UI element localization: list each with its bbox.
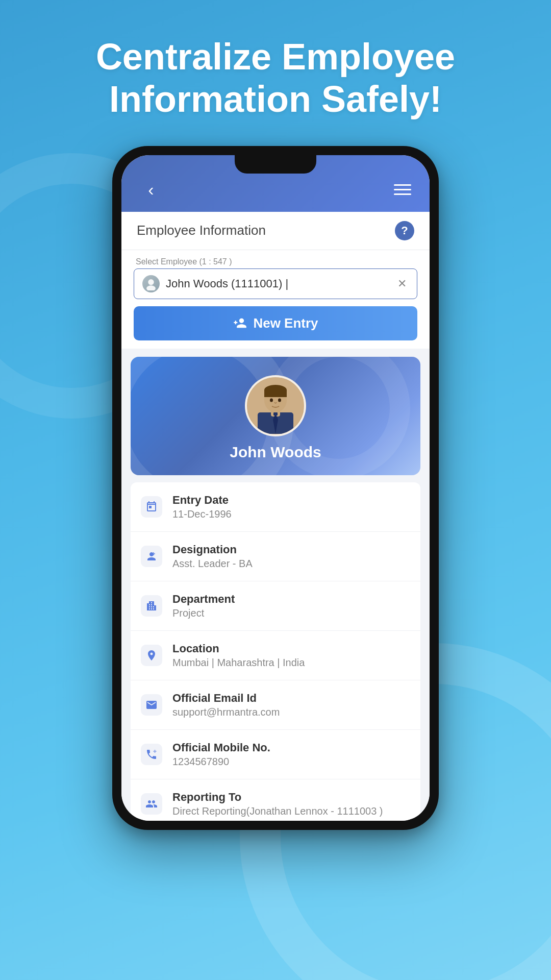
department-label: Department: [172, 593, 410, 606]
entry-date-label: Entry Date: [172, 494, 410, 507]
department-value: Project: [172, 607, 410, 619]
select-field[interactable]: John Woods (1111001) | ✕: [134, 268, 417, 299]
designation-value: Asst. Leader - BA: [172, 558, 410, 570]
location-label: Location: [172, 642, 410, 655]
reporting-content: Reporting To Direct Reporting(Jonathan L…: [172, 791, 410, 817]
reporting-label: Reporting To: [172, 791, 410, 804]
calendar-icon: [141, 496, 162, 518]
selected-employee: John Woods (1111001) |: [166, 277, 389, 290]
svg-rect-12: [273, 412, 278, 415]
mobile-value: 1234567890: [172, 756, 410, 768]
entry-date-value: 11-Dec-1996: [172, 508, 410, 520]
search-area: Select Employee (1 : 547 ) John Woods (1…: [121, 250, 430, 349]
select-label: Select Employee (1 : 547 ): [134, 257, 417, 266]
location-content: Location Mumbai | Maharashtra | India: [172, 642, 410, 669]
back-button[interactable]: ‹: [140, 180, 162, 200]
designation-label: Designation: [172, 543, 410, 556]
employee-avatar-small: [142, 275, 160, 292]
mobile-content: Official Mobile No. 1234567890: [172, 741, 410, 768]
phone-icon: [141, 744, 162, 765]
menu-button[interactable]: [394, 184, 411, 195]
table-row: Location Mumbai | Maharashtra | India: [131, 631, 420, 680]
phone-notch: [235, 155, 316, 174]
team-icon: [141, 793, 162, 815]
entry-date-content: Entry Date 11-Dec-1996: [172, 494, 410, 520]
department-content: Department Project: [172, 593, 410, 619]
svg-rect-8: [264, 390, 287, 397]
table-row: Department Project: [131, 581, 420, 631]
phone-screen: ‹ Employee Information ? Select Employee…: [121, 155, 430, 821]
page-header: Employee Information ?: [121, 212, 430, 250]
profile-card: John Woods: [131, 357, 420, 475]
table-row: Official Email Id support@hrmantra.com: [131, 680, 420, 730]
table-row: Reporting To Direct Reporting(Jonathan L…: [131, 779, 420, 821]
reporting-value: Direct Reporting(Jonathan Lennox - 11110…: [172, 805, 410, 817]
profile-avatar: [245, 375, 306, 436]
hero-title: Centralize Employee Information Safely!: [0, 0, 551, 146]
new-entry-label: New Entry: [253, 315, 318, 331]
building-icon: [141, 595, 162, 617]
profile-name: John Woods: [230, 444, 321, 461]
phone-mockup: ‹ Employee Information ? Select Employee…: [112, 146, 439, 980]
email-content: Official Email Id support@hrmantra.com: [172, 692, 410, 718]
location-value: Mumbai | Maharashtra | India: [172, 657, 410, 669]
content-scroll[interactable]: John Woods Entry Date 11-Dec-1996: [121, 349, 430, 821]
svg-point-0: [148, 279, 154, 285]
svg-point-10: [278, 398, 281, 402]
location-icon: [141, 645, 162, 666]
designation-content: Designation Asst. Leader - BA: [172, 543, 410, 570]
table-row: Entry Date 11-Dec-1996: [131, 482, 420, 532]
help-button[interactable]: ?: [395, 221, 414, 240]
svg-point-1: [146, 285, 156, 290]
svg-point-9: [270, 398, 273, 402]
email-label: Official Email Id: [172, 692, 410, 705]
table-row: Official Mobile No. 1234567890: [131, 730, 420, 779]
person-badge-icon: [141, 546, 162, 567]
clear-button[interactable]: ✕: [395, 275, 409, 292]
mobile-label: Official Mobile No.: [172, 741, 410, 754]
info-list: Entry Date 11-Dec-1996: [131, 482, 420, 821]
email-icon: [141, 694, 162, 716]
table-row: Designation Asst. Leader - BA: [131, 532, 420, 581]
email-value: support@hrmantra.com: [172, 706, 410, 718]
page-title: Employee Information: [137, 223, 266, 238]
person-add-icon: [233, 316, 247, 330]
new-entry-button[interactable]: New Entry: [134, 306, 417, 340]
